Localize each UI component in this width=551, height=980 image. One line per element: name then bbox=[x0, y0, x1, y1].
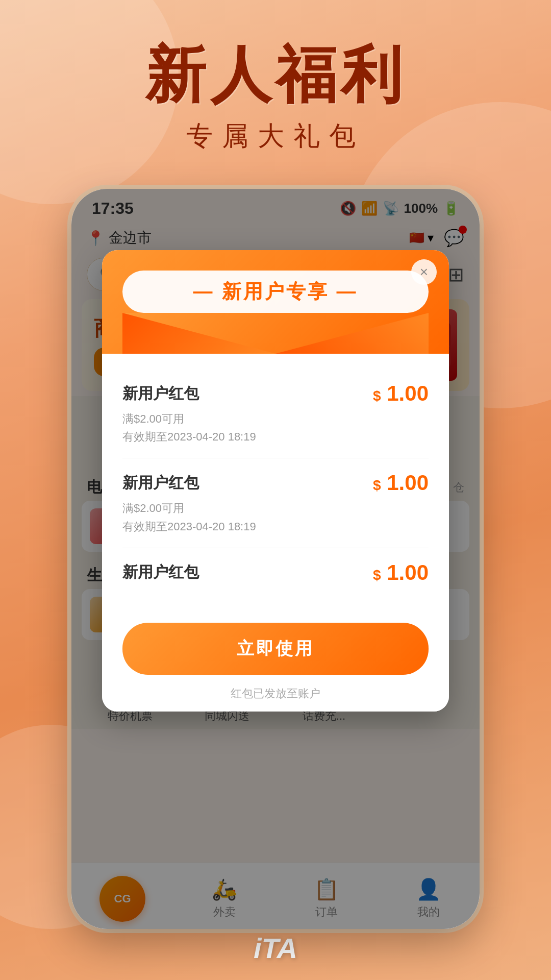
modal-overlay[interactable]: × — 新用户专享 — 新用户红包 $ bbox=[71, 189, 480, 929]
coupon-item-2-name: 新用户红包 bbox=[122, 473, 199, 494]
use-btn-footnote: 红包已发放至账户 bbox=[102, 680, 449, 712]
coupon-item-3-name: 新用户红包 bbox=[122, 562, 199, 583]
use-btn-wrap: 立即使用 bbox=[102, 612, 449, 680]
modal-close-button[interactable]: × bbox=[411, 259, 437, 285]
coupon-envelope-bottom bbox=[122, 313, 429, 354]
coupon-item-3-currency: $ bbox=[373, 567, 381, 583]
hero-subtitle: 专属大礼包 bbox=[0, 118, 551, 154]
coupon-item-2-row: 新用户红包 $ 1.00 bbox=[122, 471, 429, 495]
envelope-flap-left bbox=[122, 313, 276, 354]
coupon-item-1-desc1: 满$2.00可用 bbox=[122, 410, 429, 428]
coupon-item-3: 新用户红包 $ 1.00 bbox=[122, 548, 429, 597]
coupon-item-2-currency: $ bbox=[373, 477, 381, 493]
coupon-item-2-desc1: 满$2.00可用 bbox=[122, 499, 429, 517]
coupon-item-1: 新用户红包 $ 1.00 满$2.00可用 有效期至2023-04-20 18:… bbox=[122, 369, 429, 458]
coupon-item-1-desc: 满$2.00可用 有效期至2023-04-20 18:19 bbox=[122, 410, 429, 446]
coupon-title-text: — 新用户专享 — bbox=[193, 281, 358, 302]
coupon-item-1-amount: $ 1.00 bbox=[373, 381, 429, 406]
envelope-flap-right bbox=[276, 313, 429, 354]
coupon-body: 新用户红包 $ 1.00 满$2.00可用 有效期至2023-04-20 18:… bbox=[102, 354, 449, 612]
coupon-item-3-value: 1.00 bbox=[387, 560, 429, 584]
coupon-item-2-amount: $ 1.00 bbox=[373, 471, 429, 495]
coupon-item-1-desc2: 有效期至2023-04-20 18:19 bbox=[122, 428, 429, 446]
bottom-logo-area: iTA bbox=[0, 932, 551, 965]
phone-mockup: 17:35 🔇 📶 📡 100% 🔋 📍 金边市 🇨🇳 ▾ 💬 bbox=[71, 189, 480, 929]
coupon-title-banner: — 新用户专享 — bbox=[122, 271, 429, 313]
coupon-item-2: 新用户红包 $ 1.00 满$2.00可用 有效期至2023-04-20 18:… bbox=[122, 458, 429, 548]
hero-title: 新人福利 bbox=[0, 41, 551, 108]
coupon-item-2-desc: 满$2.00可用 有效期至2023-04-20 18:19 bbox=[122, 499, 429, 535]
use-coupon-button[interactable]: 立即使用 bbox=[122, 623, 429, 675]
coupon-item-1-row: 新用户红包 $ 1.00 bbox=[122, 381, 429, 406]
coupon-item-2-desc2: 有效期至2023-04-20 18:19 bbox=[122, 518, 429, 535]
hero-section: 新人福利 专属大礼包 bbox=[0, 41, 551, 154]
coupon-item-3-row: 新用户红包 $ 1.00 bbox=[122, 560, 429, 585]
coupon-item-2-value: 1.00 bbox=[387, 471, 429, 495]
coupon-item-3-amount: $ 1.00 bbox=[373, 560, 429, 585]
coupon-envelope-header: — 新用户专享 — bbox=[102, 250, 449, 354]
coupon-item-1-currency: $ bbox=[373, 388, 381, 404]
bottom-logo-text: iTA bbox=[254, 932, 297, 965]
coupon-item-1-name: 新用户红包 bbox=[122, 383, 199, 404]
coupon-item-1-value: 1.00 bbox=[387, 381, 429, 405]
coupon-modal: × — 新用户专享 — 新用户红包 $ bbox=[102, 250, 449, 712]
